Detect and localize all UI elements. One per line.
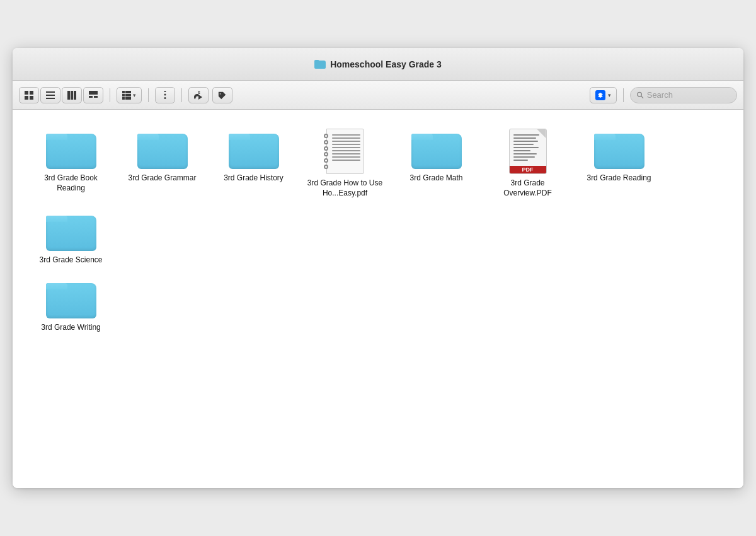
- action-button[interactable]: [155, 87, 175, 103]
- file-name: 3rd Grade How to Use Ho...Easy.pdf: [304, 178, 386, 198]
- dropbox-chevron: ▾: [608, 92, 611, 98]
- list-item[interactable]: 3rd Grade History: [208, 122, 299, 204]
- list-item[interactable]: 3rd Grade Writing: [25, 272, 117, 339]
- notebook-spiral: [324, 133, 329, 170]
- title-bar: Homeschool Easy Grade 3: [13, 48, 743, 81]
- svg-rect-4: [46, 91, 55, 93]
- folder-icon: [137, 129, 188, 169]
- svg-rect-8: [71, 91, 73, 100]
- toolbar-separator-3: [181, 88, 182, 102]
- pdf-lines: [513, 134, 542, 170]
- search-bar[interactable]: [630, 87, 737, 103]
- svg-rect-0: [25, 91, 28, 95]
- toolbar: ▾ ▾: [13, 81, 743, 110]
- notebook-icon: [326, 129, 364, 174]
- list-item[interactable]: 3rd Grade Book Reading: [25, 122, 117, 204]
- toolbar-separator-2: [148, 88, 149, 102]
- list-item[interactable]: 3rd Grade Math: [391, 122, 482, 204]
- svg-line-22: [641, 96, 643, 98]
- svg-rect-15: [122, 97, 125, 100]
- svg-rect-2: [25, 96, 28, 100]
- folder-icon: [46, 211, 96, 251]
- finder-window: Homeschool Easy Grade 3 ▾: [13, 48, 743, 488]
- view-buttons-group: [19, 87, 103, 103]
- folder-icon: [594, 129, 644, 169]
- list-view-button[interactable]: [40, 87, 60, 103]
- tag-button[interactable]: [212, 87, 232, 103]
- notebook-lines: [332, 134, 360, 170]
- column-view-button[interactable]: [62, 87, 82, 103]
- toolbar-separator-4: [623, 88, 624, 102]
- arrange-button[interactable]: ▾: [117, 87, 142, 103]
- file-name: 3rd Grade Overview.PDF: [487, 178, 568, 198]
- title-folder-icon: [314, 60, 326, 69]
- file-name: 3rd Grade Science: [39, 255, 102, 265]
- svg-rect-18: [125, 97, 131, 100]
- file-name: 3rd Grade Reading: [587, 173, 651, 183]
- list-item[interactable]: 3rd Grade Reading: [573, 122, 665, 204]
- arrange-chevron: ▾: [133, 92, 136, 98]
- svg-rect-10: [89, 91, 98, 95]
- list-item[interactable]: 3rd Grade How to Use Ho...Easy.pdf: [299, 122, 391, 204]
- svg-rect-7: [67, 91, 70, 100]
- file-name: 3rd Grade History: [224, 173, 284, 183]
- svg-rect-5: [46, 95, 55, 96]
- dropbox-button[interactable]: ▾: [590, 87, 617, 103]
- folder-icon: [411, 129, 462, 169]
- file-row-2: 3rd Grade Writing: [25, 272, 731, 339]
- share-button[interactable]: [188, 87, 209, 103]
- cover-flow-button[interactable]: [83, 87, 103, 103]
- icon-view-button[interactable]: [19, 87, 39, 103]
- list-item[interactable]: 3rd Grade Science: [25, 204, 117, 271]
- file-name: 3rd Grade Math: [410, 173, 462, 183]
- folder-icon: [46, 129, 96, 169]
- dropbox-icon: [595, 90, 605, 100]
- title-bar-title: Homeschool Easy Grade 3: [314, 59, 442, 69]
- search-input[interactable]: [647, 90, 730, 100]
- svg-rect-9: [74, 91, 76, 100]
- file-row-1: 3rd Grade Book Reading 3rd Grade Grammar…: [25, 122, 731, 272]
- svg-rect-17: [125, 94, 131, 96]
- pdf-label: PDF: [510, 166, 546, 173]
- folder-icon: [46, 278, 96, 318]
- file-name: 3rd Grade Grammar: [128, 173, 196, 183]
- svg-rect-13: [122, 91, 125, 93]
- svg-rect-16: [125, 91, 131, 93]
- svg-rect-1: [30, 91, 33, 95]
- svg-rect-11: [89, 96, 93, 98]
- svg-marker-20: [598, 95, 603, 98]
- search-icon: [637, 91, 644, 99]
- list-item[interactable]: 3rd Grade Grammar: [117, 122, 208, 204]
- svg-rect-12: [94, 96, 98, 98]
- file-grid: 3rd Grade Book Reading 3rd Grade Grammar…: [13, 110, 743, 488]
- window-title: Homeschool Easy Grade 3: [330, 59, 442, 69]
- svg-point-21: [638, 92, 642, 96]
- file-name: 3rd Grade Writing: [41, 322, 100, 332]
- pdf-doc-icon: PDF: [509, 129, 547, 174]
- list-item[interactable]: PDF 3rd Grade Overview.PDF: [482, 122, 573, 204]
- file-name: 3rd Grade Book Reading: [30, 173, 112, 193]
- svg-rect-14: [122, 94, 125, 96]
- toolbar-separator-1: [110, 88, 110, 102]
- svg-rect-3: [30, 96, 33, 100]
- svg-rect-6: [46, 98, 55, 99]
- folder-icon: [229, 129, 279, 169]
